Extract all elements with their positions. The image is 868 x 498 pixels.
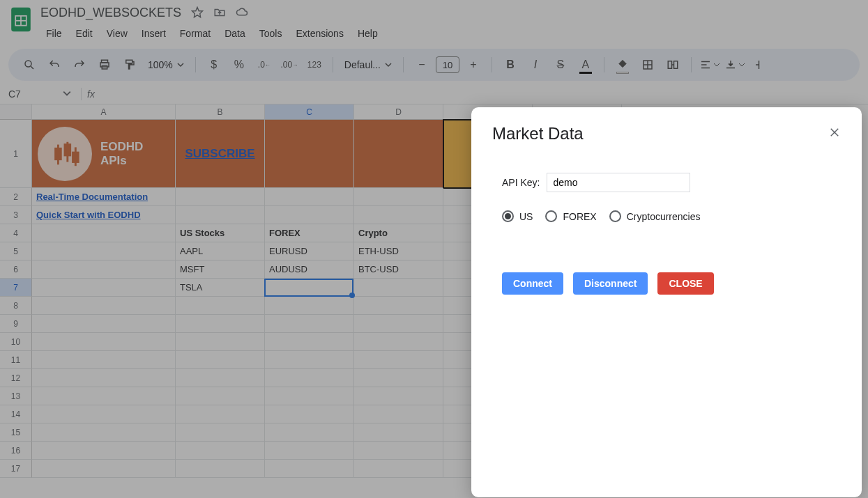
cell-d5[interactable]: ETH-USD	[354, 242, 443, 260]
connect-button[interactable]: Connect	[502, 272, 563, 295]
row-header[interactable]: 5	[0, 242, 32, 260]
cell-b7[interactable]: TSLA	[176, 279, 265, 297]
cell[interactable]	[265, 405, 354, 423]
italic-icon[interactable]: I	[524, 54, 547, 76]
col-header-d[interactable]: D	[354, 104, 443, 120]
cell-d3[interactable]	[354, 206, 443, 224]
menu-insert[interactable]: Insert	[136, 25, 172, 42]
cell[interactable]	[354, 369, 443, 387]
cell[interactable]	[265, 442, 354, 460]
api-key-input[interactable]	[547, 173, 690, 192]
menu-help[interactable]: Help	[352, 25, 383, 42]
radio-crypto[interactable]	[609, 210, 621, 222]
row-header[interactable]: 12	[0, 369, 32, 387]
col-header-b[interactable]: B	[176, 104, 265, 120]
cell-b2[interactable]	[176, 188, 265, 206]
currency-icon[interactable]: $	[203, 54, 225, 76]
menu-extensions[interactable]: Extensions	[290, 25, 349, 42]
cell[interactable]	[176, 351, 265, 369]
cell[interactable]	[32, 405, 176, 423]
cell-b5[interactable]: AAPL	[176, 242, 265, 260]
cell[interactable]	[354, 315, 443, 333]
zoom-select[interactable]: 100%	[144, 59, 188, 70]
cell[interactable]	[176, 442, 265, 460]
cell[interactable]	[265, 333, 354, 351]
cell[interactable]	[354, 423, 443, 442]
row-header[interactable]: 17	[0, 460, 32, 478]
search-icon[interactable]	[18, 54, 40, 76]
close-icon[interactable]	[828, 126, 841, 141]
cell[interactable]	[32, 369, 176, 387]
doc-title[interactable]: EODHD_WEBSOCKETS	[40, 6, 181, 20]
radio-us[interactable]	[502, 210, 514, 222]
cell-d4-header[interactable]: Crypto	[354, 224, 443, 242]
row-header[interactable]: 6	[0, 260, 32, 279]
bold-icon[interactable]: B	[499, 54, 521, 76]
radio-forex[interactable]	[545, 210, 557, 222]
increase-decimal-icon[interactable]: .00→	[278, 54, 300, 76]
move-folder-icon[interactable]	[213, 6, 226, 19]
cell[interactable]	[265, 315, 354, 333]
cell-c4-header[interactable]: FOREX	[265, 224, 354, 242]
cell[interactable]	[32, 297, 176, 315]
cell[interactable]	[32, 460, 176, 478]
borders-icon[interactable]	[637, 54, 659, 76]
paint-format-icon[interactable]	[119, 54, 141, 76]
cell-a4[interactable]	[32, 224, 176, 242]
cell[interactable]	[32, 387, 176, 405]
cell-a5[interactable]	[32, 242, 176, 260]
row-header[interactable]: 15	[0, 423, 32, 442]
cell-d2[interactable]	[354, 188, 443, 206]
cell[interactable]	[176, 387, 265, 405]
undo-icon[interactable]	[43, 54, 66, 76]
subscribe-link[interactable]: SUBSCRIBE	[185, 120, 254, 188]
cell-d6[interactable]: BTC-USD	[354, 260, 443, 279]
row-header[interactable]: 1	[0, 120, 32, 188]
menu-view[interactable]: View	[101, 25, 133, 42]
cell-d7[interactable]	[354, 279, 443, 297]
cell-a3-link[interactable]: Quick Start with EODHD	[32, 206, 176, 224]
menu-edit[interactable]: Edit	[70, 25, 98, 42]
row-header[interactable]: 11	[0, 351, 32, 369]
row-header[interactable]: 8	[0, 297, 32, 315]
col-header-c[interactable]: C	[265, 104, 354, 120]
cell-a7[interactable]	[32, 279, 176, 297]
horizontal-align-icon[interactable]	[699, 54, 721, 76]
close-button[interactable]: CLOSE	[657, 272, 713, 295]
cell[interactable]	[176, 297, 265, 315]
cell-c2[interactable]	[265, 188, 354, 206]
cell[interactable]	[32, 315, 176, 333]
name-box[interactable]: C7	[8, 88, 75, 100]
cell[interactable]	[32, 423, 176, 442]
cell-b3[interactable]	[176, 206, 265, 224]
cell[interactable]	[32, 351, 176, 369]
star-icon[interactable]	[191, 6, 204, 19]
menu-tools[interactable]: Tools	[254, 25, 288, 42]
cell[interactable]	[176, 333, 265, 351]
cell-d1[interactable]	[354, 120, 443, 188]
row-header[interactable]: 4	[0, 224, 32, 242]
cell[interactable]	[176, 315, 265, 333]
cell[interactable]	[354, 333, 443, 351]
row-header[interactable]: 7	[0, 279, 32, 297]
cell[interactable]	[32, 333, 176, 351]
row-header[interactable]: 2	[0, 188, 32, 206]
row-header[interactable]: 13	[0, 387, 32, 405]
select-all-corner[interactable]	[0, 104, 32, 120]
disconnect-button[interactable]: Disconnect	[573, 272, 648, 295]
cell[interactable]	[176, 405, 265, 423]
cell[interactable]	[176, 369, 265, 387]
merge-cells-icon[interactable]	[662, 54, 684, 76]
cell[interactable]	[265, 423, 354, 442]
cell-b4-header[interactable]: US Stocks	[176, 224, 265, 242]
fill-color-icon[interactable]	[611, 54, 634, 76]
text-color-icon[interactable]: A	[574, 54, 597, 76]
cell-b6[interactable]: MSFT	[176, 260, 265, 279]
vertical-align-icon[interactable]	[724, 54, 746, 76]
menu-file[interactable]: File	[40, 25, 68, 42]
cell-b1-subscribe[interactable]: SUBSCRIBE	[176, 120, 265, 188]
col-header-a[interactable]: A	[32, 104, 176, 120]
cell-a1-logo[interactable]: EODHD APIs	[32, 120, 176, 188]
cell[interactable]	[176, 423, 265, 442]
cell-a2-link[interactable]: Real-Time Documentation	[32, 188, 176, 206]
